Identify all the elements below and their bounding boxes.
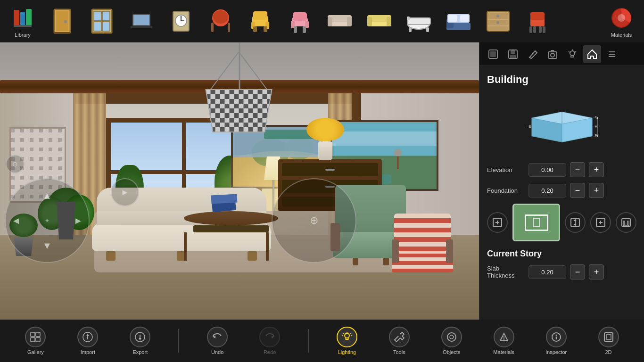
svg-rect-33 [293, 12, 307, 21]
svg-point-58 [496, 15, 499, 17]
bottom-toolbar: Gallery Import Export Undo Redo Lighting [0, 320, 644, 362]
bottom-2d-button[interactable]: 2D [594, 327, 623, 355]
import-label: Import [81, 349, 95, 355]
elevation-label: Elevation [487, 166, 525, 173]
top-sofa-item[interactable] [321, 2, 358, 40]
elevation-plus-button[interactable]: + [589, 162, 604, 177]
bottom-redo-button[interactable]: Redo [256, 327, 284, 355]
svg-rect-0 [14, 10, 19, 26]
building-preview: T H F E [520, 93, 604, 155]
sofa-yellow-icon [366, 8, 392, 34]
add-floor2-button[interactable] [590, 212, 611, 233]
panel-tab-select[interactable] [484, 45, 502, 63]
foundation-row: Foundation − + [487, 183, 636, 198]
pendant-lamp [239, 42, 240, 90]
top-chair-pink-item[interactable] [281, 2, 319, 40]
svg-rect-14 [133, 15, 149, 25]
top-materials-button[interactable]: Materials [603, 2, 640, 40]
nav-move-circle[interactable]: ▲ ◄ ✦ ► ▼ [5, 178, 90, 263]
top-sofa-yellow-item[interactable] [360, 2, 398, 40]
slab-thickness-label: Slab Thickness [487, 265, 525, 279]
top-library-button[interactable]: Library [4, 2, 41, 40]
materials-btn-icon [494, 327, 514, 347]
add-floor-button[interactable] [487, 212, 508, 233]
floor-plan-preview[interactable] [512, 204, 560, 241]
top-laptop-item[interactable] [123, 2, 160, 40]
top-door-item[interactable] [43, 2, 81, 40]
svg-rect-39 [347, 17, 352, 26]
move-floor-button[interactable] [565, 212, 586, 233]
svg-rect-82 [332, 132, 437, 146]
materials-bottom-label: Materials [493, 349, 514, 355]
library-icon [10, 5, 36, 31]
panel-tab-lighting[interactable] [563, 45, 581, 63]
bottom-gallery-button[interactable]: Gallery [21, 327, 50, 355]
panel-tab-save[interactable] [504, 45, 522, 63]
bottom-lighting-button[interactable]: Lighting [333, 327, 361, 355]
chair-red2-icon [525, 8, 551, 34]
svg-text:E: E [528, 124, 531, 129]
svg-line-151 [350, 333, 351, 334]
top-dresser-item[interactable] [479, 2, 517, 40]
nav-small-btn[interactable]: ⊙ [6, 155, 25, 173]
top-chair-red2-item[interactable] [519, 2, 556, 40]
svg-rect-46 [409, 27, 412, 32]
svg-line-103 [575, 51, 576, 52]
svg-rect-42 [367, 17, 372, 26]
nav-rotate-circle[interactable]: ⊕ [272, 178, 356, 263]
panel-tab-camera[interactable] [544, 45, 561, 63]
bottom-materials-button[interactable]: Materials [490, 327, 518, 355]
foundation-plus-button[interactable]: + [589, 183, 604, 198]
tools-label: Tools [393, 349, 405, 355]
bottom-tools-button[interactable]: Tools [385, 327, 413, 355]
top-window-item[interactable] [83, 2, 121, 40]
panel-tab-list[interactable] [603, 45, 621, 63]
svg-point-100 [570, 51, 575, 56]
svg-rect-62 [529, 26, 532, 33]
objects-label: Objects [443, 349, 460, 355]
svg-rect-3 [14, 25, 32, 27]
svg-rect-61 [530, 12, 545, 20]
svg-line-150 [343, 333, 344, 334]
export-icon [130, 327, 150, 347]
svg-rect-22 [228, 23, 230, 32]
objects-icon [441, 327, 462, 347]
panel-tab-home[interactable] [583, 45, 601, 63]
svg-point-59 [496, 21, 499, 24]
bottom-undo-button[interactable]: Undo [203, 327, 231, 355]
inspector-label: Inspector [545, 349, 567, 355]
panel-tab-paint[interactable] [524, 45, 542, 63]
foundation-minus-button[interactable]: − [570, 183, 585, 198]
top-armchair-yellow-item[interactable] [241, 2, 279, 40]
slab-plus-button[interactable]: + [589, 264, 604, 280]
svg-rect-139 [36, 337, 40, 342]
chair-red-icon [208, 8, 234, 34]
elevation-input[interactable] [528, 163, 566, 177]
building-title: Building [487, 74, 636, 86]
bottom-objects-button[interactable]: Objects [438, 327, 466, 355]
svg-rect-57 [488, 26, 508, 30]
nav-center-btn[interactable]: ► [111, 178, 139, 206]
slab-thickness-input[interactable] [528, 265, 566, 279]
top-clock-item[interactable] [162, 2, 200, 40]
elevation-minus-button[interactable]: − [570, 162, 585, 177]
2d-icon [598, 327, 619, 347]
top-bathtub-item[interactable] [400, 2, 438, 40]
lighting-label: Lighting [338, 349, 356, 355]
svg-rect-93 [490, 51, 496, 57]
slab-minus-button[interactable]: − [570, 264, 585, 280]
top-bed-item[interactable] [439, 2, 477, 40]
tools-icon [389, 327, 410, 347]
svg-rect-34 [294, 26, 297, 33]
svg-point-148 [345, 333, 349, 338]
svg-rect-10 [102, 11, 110, 21]
bottom-export-button[interactable]: Export [126, 327, 154, 355]
bottom-import-button[interactable]: Import [74, 327, 102, 355]
delete-floor-button[interactable] [616, 212, 636, 233]
svg-point-67 [618, 14, 625, 22]
bottom-inspector-button[interactable]: Inspector [542, 327, 570, 355]
main-viewport[interactable]: ▲ ◄ ✦ ► ▼ ► ⊕ ⊙ [0, 42, 479, 320]
svg-rect-137 [36, 332, 40, 337]
top-chair-red-item[interactable] [202, 2, 239, 40]
foundation-input[interactable] [528, 184, 566, 197]
